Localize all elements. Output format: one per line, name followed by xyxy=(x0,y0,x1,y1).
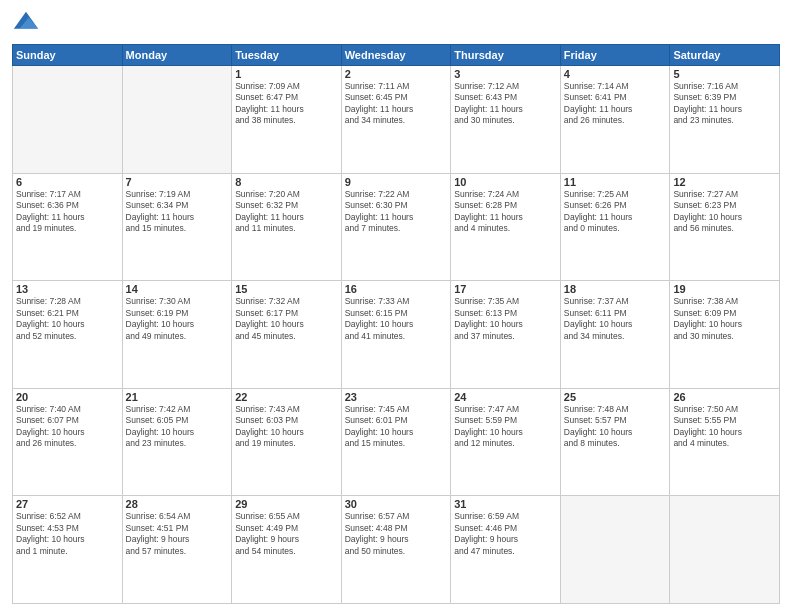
calendar-week-row: 6Sunrise: 7:17 AM Sunset: 6:36 PM Daylig… xyxy=(13,173,780,281)
calendar-cell: 25Sunrise: 7:48 AM Sunset: 5:57 PM Dayli… xyxy=(560,388,670,496)
logo xyxy=(12,10,44,38)
day-number: 6 xyxy=(16,176,119,188)
day-number: 4 xyxy=(564,68,667,80)
day-number: 18 xyxy=(564,283,667,295)
calendar-cell: 28Sunrise: 6:54 AM Sunset: 4:51 PM Dayli… xyxy=(122,496,232,604)
calendar-cell: 23Sunrise: 7:45 AM Sunset: 6:01 PM Dayli… xyxy=(341,388,451,496)
calendar-cell: 27Sunrise: 6:52 AM Sunset: 4:53 PM Dayli… xyxy=(13,496,123,604)
day-number: 30 xyxy=(345,498,448,510)
calendar-week-row: 20Sunrise: 7:40 AM Sunset: 6:07 PM Dayli… xyxy=(13,388,780,496)
calendar-day-header: Wednesday xyxy=(341,45,451,66)
day-info: Sunrise: 6:54 AM Sunset: 4:51 PM Dayligh… xyxy=(126,511,229,557)
day-number: 16 xyxy=(345,283,448,295)
day-info: Sunrise: 6:57 AM Sunset: 4:48 PM Dayligh… xyxy=(345,511,448,557)
day-number: 17 xyxy=(454,283,557,295)
day-info: Sunrise: 7:24 AM Sunset: 6:28 PM Dayligh… xyxy=(454,189,557,235)
calendar-cell: 9Sunrise: 7:22 AM Sunset: 6:30 PM Daylig… xyxy=(341,173,451,281)
day-number: 21 xyxy=(126,391,229,403)
day-info: Sunrise: 7:50 AM Sunset: 5:55 PM Dayligh… xyxy=(673,404,776,450)
day-info: Sunrise: 7:30 AM Sunset: 6:19 PM Dayligh… xyxy=(126,296,229,342)
logo-icon xyxy=(12,10,40,38)
day-info: Sunrise: 7:20 AM Sunset: 6:32 PM Dayligh… xyxy=(235,189,338,235)
calendar-cell: 3Sunrise: 7:12 AM Sunset: 6:43 PM Daylig… xyxy=(451,66,561,174)
day-number: 2 xyxy=(345,68,448,80)
calendar-cell: 5Sunrise: 7:16 AM Sunset: 6:39 PM Daylig… xyxy=(670,66,780,174)
day-info: Sunrise: 7:09 AM Sunset: 6:47 PM Dayligh… xyxy=(235,81,338,127)
day-number: 5 xyxy=(673,68,776,80)
calendar-day-header: Saturday xyxy=(670,45,780,66)
day-number: 27 xyxy=(16,498,119,510)
day-info: Sunrise: 7:33 AM Sunset: 6:15 PM Dayligh… xyxy=(345,296,448,342)
day-info: Sunrise: 7:25 AM Sunset: 6:26 PM Dayligh… xyxy=(564,189,667,235)
day-info: Sunrise: 6:59 AM Sunset: 4:46 PM Dayligh… xyxy=(454,511,557,557)
calendar-cell: 12Sunrise: 7:27 AM Sunset: 6:23 PM Dayli… xyxy=(670,173,780,281)
day-number: 1 xyxy=(235,68,338,80)
calendar-day-header: Friday xyxy=(560,45,670,66)
day-number: 22 xyxy=(235,391,338,403)
calendar-week-row: 27Sunrise: 6:52 AM Sunset: 4:53 PM Dayli… xyxy=(13,496,780,604)
day-info: Sunrise: 6:55 AM Sunset: 4:49 PM Dayligh… xyxy=(235,511,338,557)
calendar-cell: 1Sunrise: 7:09 AM Sunset: 6:47 PM Daylig… xyxy=(232,66,342,174)
day-info: Sunrise: 7:17 AM Sunset: 6:36 PM Dayligh… xyxy=(16,189,119,235)
calendar-cell: 24Sunrise: 7:47 AM Sunset: 5:59 PM Dayli… xyxy=(451,388,561,496)
day-number: 26 xyxy=(673,391,776,403)
calendar-cell: 30Sunrise: 6:57 AM Sunset: 4:48 PM Dayli… xyxy=(341,496,451,604)
day-info: Sunrise: 7:43 AM Sunset: 6:03 PM Dayligh… xyxy=(235,404,338,450)
calendar-cell: 11Sunrise: 7:25 AM Sunset: 6:26 PM Dayli… xyxy=(560,173,670,281)
day-info: Sunrise: 7:45 AM Sunset: 6:01 PM Dayligh… xyxy=(345,404,448,450)
calendar-cell xyxy=(560,496,670,604)
day-number: 29 xyxy=(235,498,338,510)
calendar-week-row: 1Sunrise: 7:09 AM Sunset: 6:47 PM Daylig… xyxy=(13,66,780,174)
day-number: 7 xyxy=(126,176,229,188)
day-info: Sunrise: 7:42 AM Sunset: 6:05 PM Dayligh… xyxy=(126,404,229,450)
day-number: 15 xyxy=(235,283,338,295)
day-number: 23 xyxy=(345,391,448,403)
calendar-week-row: 13Sunrise: 7:28 AM Sunset: 6:21 PM Dayli… xyxy=(13,281,780,389)
calendar-cell xyxy=(122,66,232,174)
calendar-cell: 18Sunrise: 7:37 AM Sunset: 6:11 PM Dayli… xyxy=(560,281,670,389)
day-number: 14 xyxy=(126,283,229,295)
day-number: 10 xyxy=(454,176,557,188)
calendar-cell: 17Sunrise: 7:35 AM Sunset: 6:13 PM Dayli… xyxy=(451,281,561,389)
calendar-cell xyxy=(13,66,123,174)
calendar-cell: 14Sunrise: 7:30 AM Sunset: 6:19 PM Dayli… xyxy=(122,281,232,389)
calendar-cell: 6Sunrise: 7:17 AM Sunset: 6:36 PM Daylig… xyxy=(13,173,123,281)
day-info: Sunrise: 7:28 AM Sunset: 6:21 PM Dayligh… xyxy=(16,296,119,342)
calendar-day-header: Thursday xyxy=(451,45,561,66)
calendar-cell: 2Sunrise: 7:11 AM Sunset: 6:45 PM Daylig… xyxy=(341,66,451,174)
day-info: Sunrise: 7:37 AM Sunset: 6:11 PM Dayligh… xyxy=(564,296,667,342)
calendar-cell: 8Sunrise: 7:20 AM Sunset: 6:32 PM Daylig… xyxy=(232,173,342,281)
page-container: SundayMondayTuesdayWednesdayThursdayFrid… xyxy=(0,0,792,612)
day-info: Sunrise: 7:38 AM Sunset: 6:09 PM Dayligh… xyxy=(673,296,776,342)
calendar-cell: 31Sunrise: 6:59 AM Sunset: 4:46 PM Dayli… xyxy=(451,496,561,604)
day-number: 9 xyxy=(345,176,448,188)
day-number: 3 xyxy=(454,68,557,80)
day-number: 28 xyxy=(126,498,229,510)
calendar-cell: 29Sunrise: 6:55 AM Sunset: 4:49 PM Dayli… xyxy=(232,496,342,604)
calendar-cell: 20Sunrise: 7:40 AM Sunset: 6:07 PM Dayli… xyxy=(13,388,123,496)
day-number: 12 xyxy=(673,176,776,188)
day-info: Sunrise: 7:12 AM Sunset: 6:43 PM Dayligh… xyxy=(454,81,557,127)
calendar-cell: 7Sunrise: 7:19 AM Sunset: 6:34 PM Daylig… xyxy=(122,173,232,281)
day-number: 20 xyxy=(16,391,119,403)
day-info: Sunrise: 7:32 AM Sunset: 6:17 PM Dayligh… xyxy=(235,296,338,342)
calendar-cell xyxy=(670,496,780,604)
calendar-day-header: Sunday xyxy=(13,45,123,66)
day-number: 13 xyxy=(16,283,119,295)
day-info: Sunrise: 7:14 AM Sunset: 6:41 PM Dayligh… xyxy=(564,81,667,127)
day-info: Sunrise: 6:52 AM Sunset: 4:53 PM Dayligh… xyxy=(16,511,119,557)
day-info: Sunrise: 7:40 AM Sunset: 6:07 PM Dayligh… xyxy=(16,404,119,450)
day-info: Sunrise: 7:27 AM Sunset: 6:23 PM Dayligh… xyxy=(673,189,776,235)
calendar-table: SundayMondayTuesdayWednesdayThursdayFrid… xyxy=(12,44,780,604)
calendar-cell: 13Sunrise: 7:28 AM Sunset: 6:21 PM Dayli… xyxy=(13,281,123,389)
day-info: Sunrise: 7:11 AM Sunset: 6:45 PM Dayligh… xyxy=(345,81,448,127)
day-info: Sunrise: 7:16 AM Sunset: 6:39 PM Dayligh… xyxy=(673,81,776,127)
calendar-day-header: Monday xyxy=(122,45,232,66)
day-info: Sunrise: 7:35 AM Sunset: 6:13 PM Dayligh… xyxy=(454,296,557,342)
day-number: 11 xyxy=(564,176,667,188)
day-number: 24 xyxy=(454,391,557,403)
day-number: 31 xyxy=(454,498,557,510)
calendar-cell: 19Sunrise: 7:38 AM Sunset: 6:09 PM Dayli… xyxy=(670,281,780,389)
calendar-cell: 26Sunrise: 7:50 AM Sunset: 5:55 PM Dayli… xyxy=(670,388,780,496)
calendar-cell: 15Sunrise: 7:32 AM Sunset: 6:17 PM Dayli… xyxy=(232,281,342,389)
